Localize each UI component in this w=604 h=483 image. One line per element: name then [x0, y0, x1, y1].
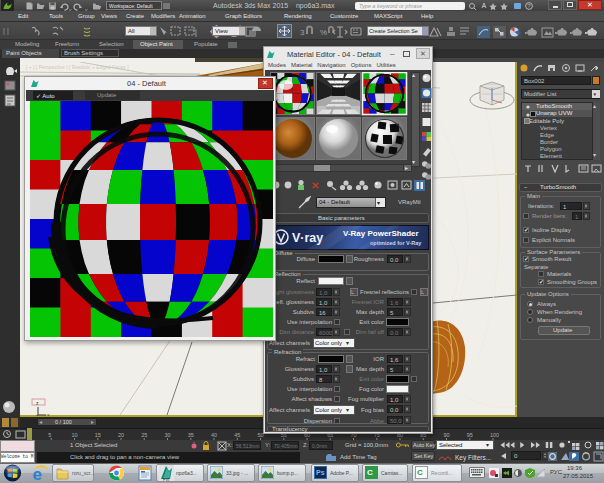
svg-text:V·ray: V·ray	[292, 231, 323, 245]
svg-text:optimized for V-Ray: optimized for V-Ray	[370, 240, 422, 246]
svg-text:✕: ✕	[311, 180, 319, 191]
svg-text:5: 5	[48, 432, 51, 438]
svg-text:35: 35	[188, 432, 194, 438]
svg-text:40: 40	[211, 432, 217, 438]
svg-text:10: 10	[72, 432, 78, 438]
svg-text:x: x	[47, 412, 50, 416]
svg-text:25: 25	[141, 432, 147, 438]
svg-text:45: 45	[234, 432, 240, 438]
svg-text:FVI: FVI	[163, 477, 169, 482]
svg-text:100: 100	[490, 432, 499, 438]
svg-text:95: 95	[467, 432, 473, 438]
svg-text:3: 3	[300, 28, 305, 37]
svg-text:Key Filters...: Key Filters...	[455, 454, 491, 462]
svg-text:30: 30	[165, 432, 171, 438]
svg-text:V-Ray PowerShader: V-Ray PowerShader	[343, 229, 419, 238]
svg-text:90: 90	[444, 432, 450, 438]
svg-text:20: 20	[118, 432, 124, 438]
svg-text:15: 15	[95, 432, 101, 438]
svg-text:%: %	[320, 28, 327, 37]
